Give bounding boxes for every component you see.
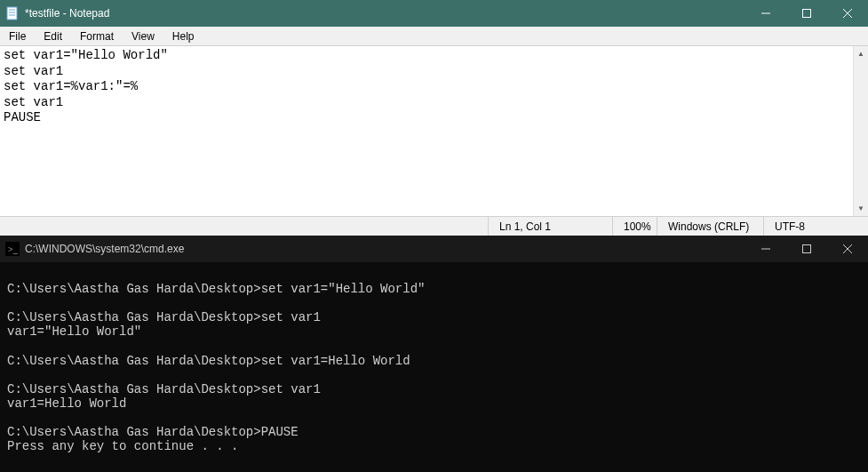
notepad-app-icon bbox=[5, 6, 20, 20]
maximize-button[interactable] bbox=[786, 0, 827, 27]
status-spacer bbox=[0, 217, 488, 236]
cmd-title: C:\WINDOWS\system32\cmd.exe bbox=[25, 243, 745, 255]
notepad-text-area[interactable]: set var1="Hello World" set var1 set var1… bbox=[0, 46, 868, 216]
window-controls bbox=[745, 0, 868, 27]
notepad-statusbar: Ln 1, Col 1 100% Windows (CRLF) UTF-8 bbox=[0, 216, 868, 236]
cmd-titlebar[interactable]: >_ C:\WINDOWS\system32\cmd.exe bbox=[0, 236, 868, 262]
cmd-close-button[interactable] bbox=[827, 236, 868, 262]
notepad-menubar: File Edit Format View Help bbox=[0, 27, 868, 46]
svg-rect-5 bbox=[803, 10, 811, 18]
menu-edit[interactable]: Edit bbox=[35, 28, 71, 44]
cmd-app-icon: >_ bbox=[5, 242, 20, 256]
status-line-ending: Windows (CRLF) bbox=[657, 217, 763, 236]
svg-text:>_: >_ bbox=[8, 244, 19, 254]
status-encoding: UTF-8 bbox=[763, 217, 868, 236]
scroll-down-arrow-icon[interactable]: ▼ bbox=[854, 201, 868, 216]
close-button[interactable] bbox=[827, 0, 868, 27]
notepad-window: *testfile - Notepad File Edit Format Vie… bbox=[0, 0, 868, 236]
menu-help[interactable]: Help bbox=[163, 28, 203, 44]
notepad-title: *testfile - Notepad bbox=[25, 7, 745, 20]
minimize-button[interactable] bbox=[745, 0, 786, 27]
svg-rect-11 bbox=[803, 245, 811, 253]
status-zoom: 100% bbox=[612, 217, 657, 236]
vertical-scrollbar[interactable]: ▲ ▼ bbox=[853, 46, 868, 216]
cmd-minimize-button[interactable] bbox=[745, 236, 786, 262]
cmd-window: >_ C:\WINDOWS\system32\cmd.exe C:\Users\… bbox=[0, 236, 868, 472]
menu-view[interactable]: View bbox=[123, 28, 163, 44]
svg-rect-0 bbox=[7, 7, 17, 20]
menu-file[interactable]: File bbox=[0, 28, 35, 44]
cmd-window-controls bbox=[745, 236, 868, 262]
scroll-up-arrow-icon[interactable]: ▲ bbox=[854, 46, 868, 61]
cmd-output[interactable]: C:\Users\Aastha Gas Harda\Desktop>set va… bbox=[0, 262, 868, 472]
notepad-titlebar[interactable]: *testfile - Notepad bbox=[0, 0, 868, 27]
status-cursor-position: Ln 1, Col 1 bbox=[488, 217, 612, 236]
menu-format[interactable]: Format bbox=[71, 28, 123, 44]
cmd-maximize-button[interactable] bbox=[786, 236, 827, 262]
